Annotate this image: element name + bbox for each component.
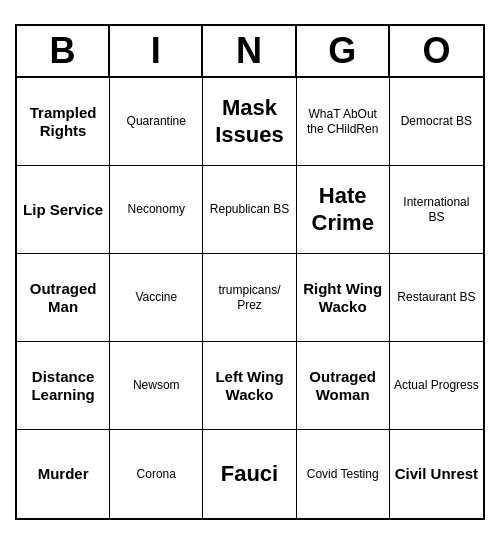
bingo-cell-21: Corona [110,430,203,518]
header-o: O [390,26,483,76]
header-b: B [17,26,110,76]
bingo-cell-12: trumpicans/ Prez [203,254,296,342]
bingo-cell-2: Mask Issues [203,78,296,166]
bingo-card: B I N G O Trampled RightsQuarantineMask … [15,24,485,520]
bingo-cell-23: Covid Testing [297,430,390,518]
bingo-cell-15: Distance Learning [17,342,110,430]
bingo-cell-20: Murder [17,430,110,518]
bingo-cell-0: Trampled Rights [17,78,110,166]
bingo-cell-3: WhaT AbOut the CHildRen [297,78,390,166]
bingo-cell-17: Left Wing Wacko [203,342,296,430]
bingo-cell-18: Outraged Woman [297,342,390,430]
bingo-cell-11: Vaccine [110,254,203,342]
bingo-grid: Trampled RightsQuarantineMask IssuesWhaT… [17,78,483,518]
bingo-cell-6: Neconomy [110,166,203,254]
bingo-cell-22: Fauci [203,430,296,518]
bingo-header: B I N G O [17,26,483,78]
bingo-cell-19: Actual Progress [390,342,483,430]
bingo-cell-14: Restaurant BS [390,254,483,342]
bingo-cell-7: Republican BS [203,166,296,254]
bingo-cell-24: Civil Unrest [390,430,483,518]
header-i: I [110,26,203,76]
bingo-cell-16: Newsom [110,342,203,430]
bingo-cell-9: International BS [390,166,483,254]
header-g: G [297,26,390,76]
bingo-cell-13: Right Wing Wacko [297,254,390,342]
header-n: N [203,26,296,76]
bingo-cell-5: Lip Service [17,166,110,254]
bingo-cell-1: Quarantine [110,78,203,166]
bingo-cell-8: Hate Crime [297,166,390,254]
bingo-cell-4: Democrat BS [390,78,483,166]
bingo-cell-10: Outraged Man [17,254,110,342]
